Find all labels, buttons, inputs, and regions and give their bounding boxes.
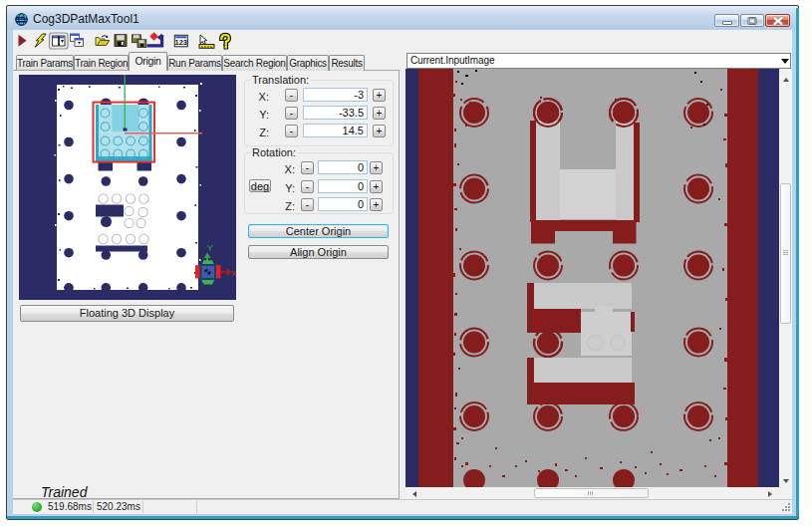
svg-text:Y: Y	[207, 242, 214, 253]
svg-text:123: 123	[175, 38, 188, 47]
svg-text:x: x	[232, 268, 237, 278]
